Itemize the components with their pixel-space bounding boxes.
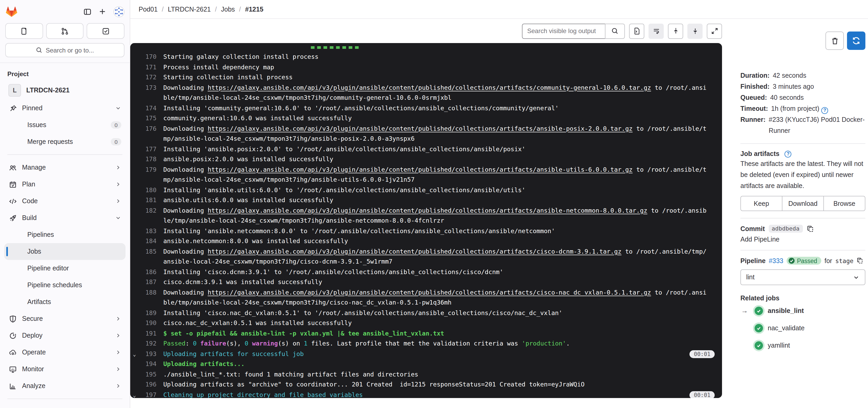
log-line-number[interactable]: 175 — [138, 114, 156, 124]
related-job-yamllint[interactable]: yamllint — [740, 337, 865, 354]
log-line-number[interactable]: 191 — [138, 328, 156, 339]
job-log-terminal[interactable]: 170Starting galaxy collection install pr… — [130, 43, 722, 398]
log-text: Uploading artifacts... — [163, 360, 245, 368]
log-link[interactable]: https://galaxy.ansible.com/api/v3/plugin… — [208, 84, 651, 91]
sidebar-item-jobs[interactable]: Jobs — [4, 243, 125, 260]
todo-list-shortcut-button[interactable] — [87, 23, 124, 39]
log-line-number[interactable]: 176 — [138, 124, 156, 134]
sidebar-toggle-icon[interactable] — [84, 8, 91, 15]
log-line-number[interactable]: 177 — [138, 144, 156, 154]
collapse-section-icon[interactable]: ⌄ — [130, 349, 138, 359]
log-line-number[interactable]: 196 — [138, 380, 156, 390]
user-avatar[interactable] — [114, 6, 124, 17]
sidebar-item-issues[interactable]: Issues 0 — [4, 117, 125, 133]
sidebar-item-manage[interactable]: Manage — [4, 159, 125, 176]
copy-ref-icon[interactable] — [857, 257, 864, 264]
log-line-number[interactable]: 192 — [138, 339, 156, 349]
sidebar-item-analyze[interactable]: Analyze — [4, 378, 125, 394]
sidebar-item-deploy[interactable]: Deploy — [4, 327, 125, 344]
keep-artifacts-button[interactable]: Keep — [740, 196, 782, 211]
sidebar-item-artifacts[interactable]: Artifacts — [4, 293, 125, 310]
related-job-ansible-lint[interactable]: → ansible_lint — [740, 302, 865, 319]
breadcrumb-project[interactable]: LTRDCN-2621 — [168, 5, 211, 13]
help-icon[interactable]: ? — [822, 107, 828, 114]
log-line: 189Installing 'cisco.nac_dc_vxlan:0.5.1'… — [130, 308, 722, 318]
log-line: 187cisco.dcnm:3.9.1 was installed succes… — [130, 277, 722, 287]
log-line-number[interactable]: 187 — [138, 277, 156, 287]
sidebar-item-label: Plan — [22, 181, 35, 188]
sidebar-item-build[interactable]: Build — [4, 210, 125, 226]
log-line-number[interactable]: 188 — [138, 287, 156, 298]
log-line-number[interactable]: 186 — [138, 267, 156, 277]
log-search-input[interactable] — [522, 23, 605, 39]
gitlab-logo[interactable] — [5, 5, 18, 18]
log-line-number[interactable]: 189 — [138, 308, 156, 318]
log-text: ansible.utils:6.0.0 was installed succes… — [163, 196, 333, 204]
log-text: : — [185, 340, 193, 347]
log-gutter-spacer — [130, 154, 138, 165]
log-line-number[interactable]: 184 — [138, 236, 156, 247]
log-line-number[interactable]: 193 — [138, 349, 156, 359]
pipeline-status-badge[interactable]: Passed — [786, 257, 822, 265]
log-line-number[interactable]: 182 — [138, 206, 156, 216]
log-line-number[interactable]: 197 — [138, 390, 156, 398]
help-icon[interactable]: ? — [785, 151, 792, 157]
breadcrumb-jobs[interactable]: Jobs — [221, 5, 235, 13]
scroll-to-bottom-button[interactable] — [687, 23, 703, 39]
log-link[interactable]: https://galaxy.ansible.com/api/v3/plugin… — [208, 248, 621, 255]
log-line-number[interactable]: 171 — [138, 62, 156, 72]
copy-commit-sha-icon[interactable] — [806, 225, 814, 232]
pipeline-id-link[interactable]: #333 — [769, 257, 783, 264]
log-line-number[interactable]: 180 — [138, 185, 156, 195]
log-search-button[interactable] — [605, 23, 625, 39]
refresh-icon — [852, 36, 861, 45]
issues-shortcut-button[interactable] — [5, 23, 43, 39]
related-job-nac-validate[interactable]: nac_validate — [740, 319, 865, 337]
sidebar-item-monitor[interactable]: Monitor — [4, 361, 125, 378]
log-link[interactable]: https://galaxy.ansible.com/api/v3/plugin… — [208, 207, 647, 214]
sidebar-item-merge-requests[interactable]: Merge requests 0 — [4, 133, 125, 150]
sidebar-item-pinned[interactable]: Pinned — [4, 100, 125, 117]
raw-log-button[interactable] — [629, 23, 644, 39]
sidebar-item-pipelines[interactable]: Pipelines — [4, 226, 125, 243]
sidebar-item-code[interactable]: Code — [4, 193, 125, 210]
sidebar-item-settings[interactable]: Settings — [4, 403, 125, 408]
log-line-number[interactable]: 173 — [138, 83, 156, 93]
sidebar-item-plan[interactable]: Plan — [4, 176, 125, 193]
commit-message[interactable]: Add PipeLine — [740, 236, 865, 243]
merge-requests-shortcut-button[interactable] — [46, 23, 84, 39]
stage-select[interactable]: lint — [740, 270, 865, 285]
log-line-content: Downloading https://galaxy.ansible.com/a… — [156, 124, 707, 134]
download-artifacts-button[interactable]: Download — [782, 196, 824, 211]
sidebar-item-pipeline-editor[interactable]: Pipeline editor — [4, 260, 125, 277]
browse-artifacts-button[interactable]: Browse — [824, 196, 865, 211]
log-line-number[interactable]: 194 — [138, 359, 156, 369]
collapse-section-icon[interactable]: ⌄ — [130, 390, 138, 398]
log-link[interactable]: https://galaxy.ansible.com/api/v3/plugin… — [208, 125, 632, 132]
log-line-number[interactable]: 174 — [138, 103, 156, 114]
fullscreen-button[interactable] — [707, 23, 722, 39]
log-line-number[interactable]: 195 — [138, 369, 156, 380]
scroll-to-top-button[interactable] — [668, 23, 683, 39]
log-line-number[interactable]: 170 — [138, 52, 156, 62]
log-line-number[interactable]: 190 — [138, 318, 156, 328]
log-line-number[interactable]: 179 — [138, 165, 156, 175]
wrap-lines-button[interactable] — [649, 23, 664, 39]
commit-sha[interactable]: adbdbeda — [769, 225, 803, 232]
create-new-icon[interactable] — [99, 8, 106, 15]
sidebar-item-operate[interactable]: Operate — [4, 344, 125, 361]
log-link[interactable]: https://galaxy.ansible.com/api/v3/plugin… — [208, 288, 651, 296]
retry-job-button[interactable] — [847, 32, 865, 50]
log-line-number[interactable]: 185 — [138, 247, 156, 257]
erase-job-log-button[interactable] — [826, 32, 844, 50]
log-line-number[interactable]: 172 — [138, 72, 156, 83]
sidebar-item-secure[interactable]: Secure — [4, 310, 125, 327]
search-or-go-to[interactable]: Search or go to... — [5, 43, 124, 57]
log-link[interactable]: https://galaxy.ansible.com/api/v3/plugin… — [208, 166, 632, 173]
log-line-number[interactable]: 183 — [138, 226, 156, 236]
sidebar-project-item[interactable]: L LTRDCN-2621 — [4, 81, 125, 100]
sidebar-item-pipeline-schedules[interactable]: Pipeline schedules — [4, 277, 125, 293]
log-line-number[interactable]: 181 — [138, 195, 156, 206]
breadcrumb-group[interactable]: Pod01 — [138, 5, 158, 13]
log-line-number[interactable]: 178 — [138, 154, 156, 165]
